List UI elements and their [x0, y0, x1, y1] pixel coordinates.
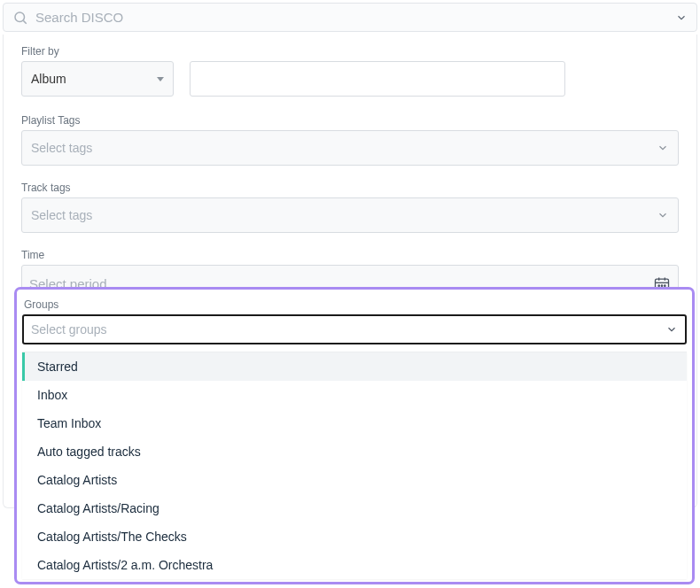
svg-point-8 [665, 285, 665, 286]
groups-label: Groups [24, 298, 687, 311]
groups-option[interactable]: Catalog Artists/The Checks [22, 522, 687, 551]
caret-down-icon [157, 77, 164, 81]
filter-by-select[interactable]: Album [21, 61, 174, 97]
svg-point-0 [15, 12, 25, 22]
chevron-down-icon[interactable] [675, 12, 688, 24]
groups-option[interactable]: Inbox [22, 381, 687, 409]
track-tags-placeholder: Select tags [31, 208, 669, 222]
groups-select[interactable]: Select groups [22, 314, 687, 344]
groups-placeholder: Select groups [31, 322, 665, 337]
chevron-down-icon [657, 209, 669, 221]
svg-point-6 [658, 285, 659, 286]
search-bar[interactable] [3, 3, 697, 32]
track-tags-select[interactable]: Select tags [21, 197, 679, 233]
chevron-down-icon [665, 323, 678, 336]
filter-value-input[interactable] [190, 61, 565, 97]
groups-option[interactable]: Catalog Artists/2 a.m. Orchestra [22, 551, 687, 579]
playlist-tags-placeholder: Select tags [31, 141, 669, 155]
groups-option[interactable]: Catalog Artists [22, 466, 687, 494]
filter-by-label: Filter by [21, 45, 679, 58]
groups-option[interactable]: Auto tagged tracks [22, 437, 687, 466]
groups-option[interactable]: Catalog Artists/Racing [22, 494, 687, 522]
groups-dropdown: StarredInboxTeam InboxAuto tagged tracks… [22, 352, 687, 579]
track-tags-label: Track tags [21, 182, 679, 194]
search-icon [12, 10, 28, 26]
time-label: Time [21, 249, 679, 261]
svg-line-1 [23, 20, 26, 23]
playlist-tags-label: Playlist Tags [21, 114, 679, 127]
groups-highlight: Groups Select groups StarredInboxTeam In… [14, 287, 695, 584]
playlist-tags-select[interactable]: Select tags [21, 130, 679, 166]
search-input[interactable] [35, 10, 675, 25]
chevron-down-icon [657, 142, 669, 154]
svg-point-7 [661, 285, 662, 286]
groups-option[interactable]: Team Inbox [22, 409, 687, 437]
filter-by-value: Album [31, 72, 157, 86]
groups-option[interactable]: Starred [22, 352, 687, 381]
